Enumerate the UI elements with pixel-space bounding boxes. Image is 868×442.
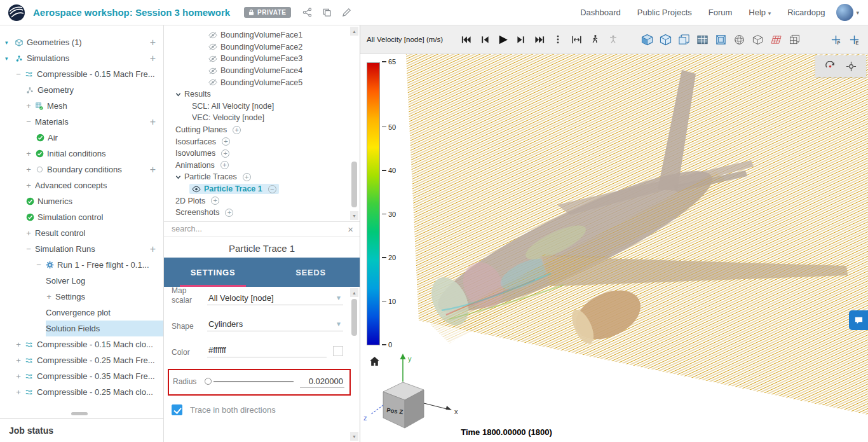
sidebar-item-boundary-conditions[interactable]: +Boundary conditions+ <box>25 162 163 177</box>
chevron-down-icon[interactable] <box>175 174 181 180</box>
sidebar-item-simulation-control[interactable]: Simulation control <box>25 209 163 225</box>
user-menu[interactable]: ▾ <box>836 4 859 21</box>
sidebar-item-compressible-0-15-mach-fre[interactable]: −Compressible - 0.15 Mach Fre... <box>15 66 163 82</box>
nav-help[interactable]: Help ▾ <box>749 8 771 17</box>
collapse-icon[interactable]: − <box>36 261 42 269</box>
post-item-scl-all-velocity-node[interactable]: SCL: All Velocity [node] <box>189 100 360 113</box>
post-tree-scrollbar[interactable]: ▲ ▼ <box>350 27 358 220</box>
post-item-particle-trace-1[interactable]: Particle Trace 1− <box>189 183 360 195</box>
sidebar-item-geometries-1[interactable]: ▾Geometries (1)+ <box>5 34 163 50</box>
nav-ricardopg[interactable]: Ricardopg <box>787 8 825 17</box>
post-item-isosurfaces[interactable]: Isosurfaces+ <box>173 135 360 148</box>
expand-icon[interactable]: + <box>25 229 32 237</box>
chevron-down-icon[interactable] <box>175 92 181 97</box>
wire-cube-icon[interactable] <box>751 33 764 46</box>
wire-block-icon[interactable] <box>788 33 801 46</box>
expand-icon[interactable]: + <box>15 356 22 364</box>
add-circle-icon[interactable]: + <box>221 149 229 158</box>
tab-seeds[interactable]: SEEDS <box>262 258 360 287</box>
sidebar-item-run-1-free-flight-0-1[interactable]: −Run 1 - Free flight - 0.1... <box>36 257 163 273</box>
sidebar-item-simulation-runs[interactable]: −Simulation Runs+ <box>25 241 163 257</box>
scrollbar-thumb[interactable] <box>351 299 357 336</box>
expand-icon[interactable]: + <box>15 372 22 380</box>
post-item-particle-traces[interactable]: Particle Traces+ <box>173 171 360 183</box>
view-cube-front-icon[interactable] <box>714 33 727 46</box>
sidebar-item-compressible-0-25-mach-clo[interactable]: +Compressible - 0.25 Mach clo... <box>15 384 163 400</box>
expand-icon[interactable]: + <box>15 388 22 396</box>
collapse-icon[interactable]: − <box>15 70 22 78</box>
chevron-down-icon[interactable]: ▾ <box>5 55 11 62</box>
add-icon[interactable]: + <box>147 244 158 254</box>
eye-off-icon[interactable] <box>208 67 217 74</box>
add-circle-icon[interactable]: + <box>243 173 251 181</box>
collapse-icon[interactable]: − <box>25 245 32 253</box>
step-back-icon[interactable] <box>478 33 491 46</box>
sidebar-item-compressible-0-15-mach-clo[interactable]: +Compressible - 0.15 Mach clo... <box>15 336 163 352</box>
axes-p-icon[interactable]: P <box>829 33 842 46</box>
skip-end-icon[interactable] <box>533 33 546 46</box>
sidebar-item-advanced-concepts[interactable]: +Advanced concepts <box>25 177 163 193</box>
sidebar-item-simulations[interactable]: ▾Simulations+ <box>5 50 163 66</box>
add-icon[interactable]: + <box>147 53 158 64</box>
add-circle-icon[interactable]: + <box>220 161 229 169</box>
chat-button[interactable] <box>849 310 868 330</box>
app-logo[interactable] <box>8 4 25 22</box>
expand-icon[interactable]: + <box>25 102 32 110</box>
post-item-results[interactable]: Results <box>173 88 360 100</box>
kebab-menu-icon[interactable] <box>552 33 564 46</box>
color-swatch[interactable] <box>333 346 343 356</box>
radius-slider[interactable] <box>205 377 295 386</box>
sidebar-item-result-control[interactable]: +Result control <box>25 225 163 241</box>
post-item-isovolumes[interactable]: Isovolumes+ <box>173 148 360 160</box>
radius-input[interactable]: 0.020000 <box>300 375 344 388</box>
chevron-down-icon[interactable]: ▾ <box>5 39 11 46</box>
sidebar-item-air[interactable]: Air <box>36 130 163 146</box>
scroll-down-icon[interactable]: ▼ <box>350 432 358 441</box>
rotate-free-icon[interactable] <box>825 61 836 72</box>
tab-settings[interactable]: SETTINGS <box>164 258 262 287</box>
add-icon[interactable]: + <box>147 38 158 48</box>
add-circle-icon[interactable]: + <box>222 137 230 146</box>
walk-person-icon[interactable] <box>588 33 601 46</box>
eye-off-icon[interactable] <box>208 79 217 86</box>
scrollbar-thumb[interactable] <box>351 162 357 207</box>
add-circle-icon[interactable]: + <box>225 209 233 217</box>
center-target-icon[interactable] <box>846 61 857 72</box>
settings-scrollbar[interactable]: ▲ ▼ <box>350 288 358 441</box>
post-item-vec-velocity-node[interactable]: VEC: Velocity [node] <box>189 112 360 124</box>
edit-icon[interactable] <box>342 8 351 17</box>
map-scalar-select[interactable]: All Velocity [node] ▼ <box>207 291 343 305</box>
add-circle-icon[interactable]: + <box>233 126 241 134</box>
avatar[interactable] <box>836 4 853 21</box>
sidebar-item-compressible-0-25-mach-fre[interactable]: +Compressible - 0.25 Mach Fre... <box>15 352 163 368</box>
sidebar-item-geometry[interactable]: Geometry <box>25 82 163 98</box>
expand-icon[interactable]: + <box>25 181 32 190</box>
expand-icon[interactable]: + <box>46 293 52 301</box>
job-status-bar[interactable]: Job status <box>0 418 163 442</box>
resize-width-icon[interactable] <box>570 33 583 46</box>
eye-off-icon[interactable] <box>208 55 217 62</box>
slider-track[interactable] <box>214 381 294 382</box>
add-icon[interactable]: + <box>147 117 158 127</box>
wire-sphere-icon[interactable] <box>733 33 745 46</box>
slider-knob[interactable] <box>205 378 212 385</box>
home-view-icon[interactable] <box>369 356 380 369</box>
play-icon[interactable] <box>496 33 509 46</box>
eye-off-icon[interactable] <box>208 43 217 50</box>
post-item-cutting-planes[interactable]: Cutting Planes+ <box>173 124 360 136</box>
eye-icon[interactable] <box>192 186 201 193</box>
view-table-icon[interactable] <box>696 33 709 46</box>
post-item-boundingvolumeface2[interactable]: BoundingVolumeFace2 <box>206 41 360 53</box>
scroll-up-icon[interactable]: ▲ <box>350 27 358 36</box>
eye-off-icon[interactable] <box>208 32 217 39</box>
post-item-boundingvolumeface3[interactable]: BoundingVolumeFace3 <box>206 53 360 65</box>
post-item-animations[interactable]: Animations+ <box>173 160 360 172</box>
post-item-boundingvolumeface4[interactable]: BoundingVolumeFace4 <box>206 65 360 77</box>
view-cube-icon[interactable] <box>659 33 672 46</box>
expand-icon[interactable]: + <box>25 165 32 174</box>
sidebar-item-compressible-0-35-mach-fre[interactable]: +Compressible - 0.35 Mach Fre... <box>15 368 163 384</box>
sidebar-horizontal-scrollbar[interactable] <box>71 412 88 415</box>
clip-plane-red-icon[interactable] <box>770 33 782 46</box>
add-circle-icon[interactable]: + <box>211 197 219 205</box>
view-cube-shaded-icon[interactable] <box>641 33 653 46</box>
